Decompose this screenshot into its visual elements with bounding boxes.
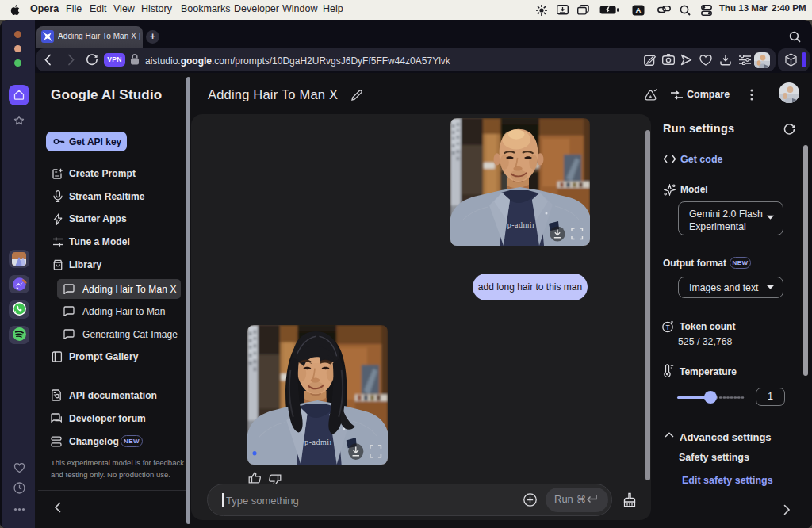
svg-text:p-admiı: p-admiı (508, 220, 535, 229)
svg-text:A: A (636, 6, 642, 14)
svg-text:T: T (665, 323, 669, 331)
svg-text:p-admiı: p-admiı (304, 437, 332, 446)
